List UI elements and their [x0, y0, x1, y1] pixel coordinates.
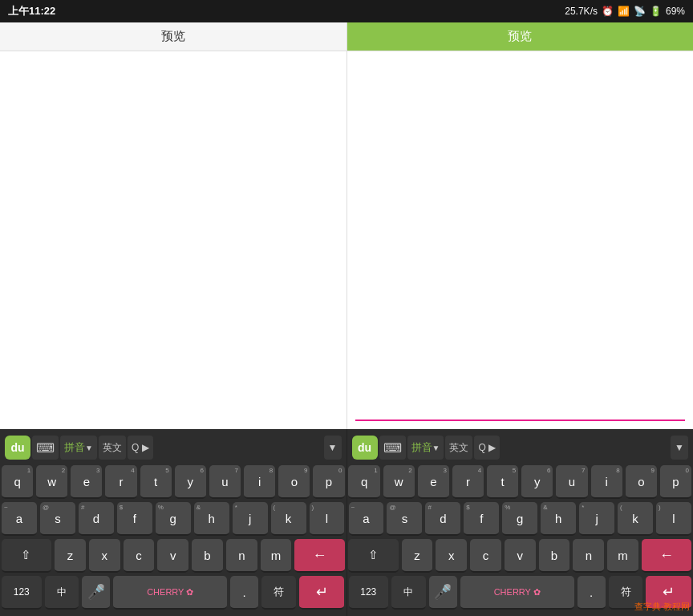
key-t[interactable]: 5t [140, 465, 172, 499]
key-cherry-left[interactable]: CHERRY ✿ [113, 576, 227, 610]
key-j[interactable]: *j [233, 502, 268, 536]
right-english-button[interactable]: 英文 [445, 436, 472, 460]
key-r[interactable]: 4r [105, 465, 136, 499]
key-j2[interactable]: *j [579, 502, 614, 536]
key-h2[interactable]: &h [541, 502, 576, 536]
key-a2[interactable]: ~a [349, 502, 384, 536]
key-zh-left[interactable]: 中 [45, 576, 79, 610]
right-search-button[interactable]: Q ▶ [474, 436, 500, 460]
alarm-icon: ⏰ [602, 6, 614, 17]
wifi-icon: 📶 [618, 6, 630, 17]
key-backspace-right[interactable]: ← [642, 539, 691, 573]
key-c[interactable]: c [124, 539, 155, 573]
key-num-left[interactable]: 123 [2, 576, 42, 610]
key-u[interactable]: 7u [209, 465, 241, 499]
right-dropdown-button[interactable]: ▼ [671, 436, 688, 460]
key-s2[interactable]: @s [387, 502, 422, 536]
key-cherry-right[interactable]: CHERRY ✿ [460, 576, 574, 610]
key-dot-left[interactable]: . [230, 576, 258, 610]
left-english-button[interactable]: 英文 [99, 436, 126, 460]
left-du-button[interactable]: du [5, 436, 30, 460]
key-x2[interactable]: x [436, 539, 467, 573]
key-r2[interactable]: 4r [452, 465, 484, 499]
key-backspace-left[interactable]: ← [294, 539, 344, 573]
network-speed: 25.7K/s [565, 6, 598, 17]
right-row1: 1q 2w 3e 4r 5t 6y 7u 8i 9o 0p [349, 465, 692, 499]
key-m[interactable]: m [261, 539, 292, 573]
key-h[interactable]: &h [194, 502, 229, 536]
key-mic-right[interactable]: 🎤 [429, 576, 457, 610]
key-k[interactable]: (k [271, 502, 306, 536]
battery-percent: 69% [666, 6, 685, 17]
right-du-button[interactable]: du [352, 436, 378, 460]
key-v2[interactable]: v [505, 539, 536, 573]
right-panel-header: 预览 [347, 22, 694, 51]
left-pinyin-button[interactable]: 拼音▼ [60, 436, 97, 460]
key-d[interactable]: #d [79, 502, 114, 536]
key-a[interactable]: ~a [2, 502, 37, 536]
key-enter-left[interactable]: ↵ [299, 576, 345, 610]
key-fu-left[interactable]: 符 [261, 576, 295, 610]
left-cursor-button[interactable]: ⌨ [32, 436, 59, 460]
key-d2[interactable]: #d [425, 502, 460, 536]
key-e[interactable]: 3e [71, 465, 102, 499]
right-keyboard: du ⌨ 拼音▼ 英文 Q ▶ ▼ 1q 2w 3e 4r 5t 6y 7u 8… [347, 429, 694, 616]
key-m2[interactable]: m [607, 539, 638, 573]
content-area: 预览 预览 [0, 22, 693, 429]
key-t2[interactable]: 5t [487, 465, 518, 499]
key-v[interactable]: v [157, 539, 188, 573]
right-panel-body[interactable] [347, 51, 694, 429]
key-g[interactable]: %g [156, 502, 191, 536]
key-l[interactable]: )l [310, 502, 345, 536]
key-y[interactable]: 6y [175, 465, 206, 499]
key-f2[interactable]: $f [464, 502, 499, 536]
key-q2[interactable]: 1q [348, 465, 379, 499]
key-u2[interactable]: 7u [556, 465, 587, 499]
key-i2[interactable]: 8i [591, 465, 622, 499]
key-mic-left[interactable]: 🎤 [82, 576, 110, 610]
key-f[interactable]: $f [117, 502, 152, 536]
key-x[interactable]: x [89, 539, 120, 573]
key-p[interactable]: 0p [313, 465, 344, 499]
key-dot-right[interactable]: . [578, 576, 606, 610]
key-n2[interactable]: n [573, 539, 604, 573]
right-pinyin-button[interactable]: 拼音▼ [407, 436, 444, 460]
watermark: 查字典·教程网 [634, 601, 690, 613]
key-o2[interactable]: 9o [626, 465, 657, 499]
key-z2[interactable]: z [402, 539, 433, 573]
cursor-line [355, 419, 686, 421]
right-row3: ⇧ z x c v b n m ← [349, 539, 692, 573]
left-panel: 预览 [0, 22, 347, 429]
key-shift-right[interactable]: ⇧ [348, 539, 398, 573]
key-g2[interactable]: %g [502, 502, 537, 536]
key-n[interactable]: n [226, 539, 257, 573]
left-row1: 1q 2w 3e 4r 5t 6y 7u 8i 9o 0p [2, 465, 345, 499]
key-p2[interactable]: 0p [660, 465, 691, 499]
key-w2[interactable]: 2w [383, 465, 415, 499]
key-k2[interactable]: (k [618, 502, 653, 536]
key-o[interactable]: 9o [278, 465, 310, 499]
keyboard-area: du ⌨ 拼音▼ 英文 Q ▶ ▼ 1q 2w 3e 4r 5t 6y 7u 8… [0, 429, 693, 616]
key-i[interactable]: 8i [244, 465, 275, 499]
key-num-right[interactable]: 123 [349, 576, 389, 610]
key-y2[interactable]: 6y [521, 465, 553, 499]
key-shift-left[interactable]: ⇧ [2, 539, 51, 573]
key-w[interactable]: 2w [36, 465, 67, 499]
left-dropdown-button[interactable]: ▼ [324, 436, 342, 460]
left-panel-header: 预览 [0, 22, 346, 51]
key-q[interactable]: 1q [2, 465, 33, 499]
key-zh-right[interactable]: 中 [391, 576, 425, 610]
key-l2[interactable]: )l [656, 502, 691, 536]
left-search-button[interactable]: Q ▶ [128, 436, 153, 460]
left-row3: ⇧ z x c v b n m ← [2, 539, 345, 573]
key-z[interactable]: z [55, 539, 86, 573]
status-time: 上午11:22 [8, 4, 55, 18]
key-b2[interactable]: b [539, 539, 570, 573]
left-panel-body[interactable] [0, 51, 346, 429]
right-toolbar: du ⌨ 拼音▼ 英文 Q ▶ ▼ [349, 432, 692, 463]
key-c2[interactable]: c [470, 539, 501, 573]
key-s[interactable]: @s [40, 502, 75, 536]
right-cursor-button[interactable]: ⌨ [379, 436, 406, 460]
key-e2[interactable]: 3e [418, 465, 449, 499]
key-b[interactable]: b [192, 539, 223, 573]
